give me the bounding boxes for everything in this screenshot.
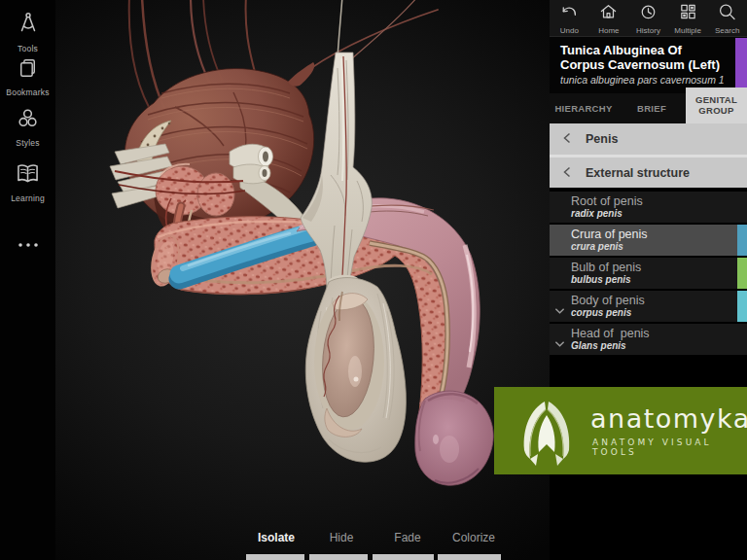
clock-history-icon: [638, 2, 658, 25]
compass-tools-icon: [16, 12, 41, 41]
sidebar-item-styles[interactable]: Styles: [0, 105, 55, 148]
home-button[interactable]: Home: [589, 0, 629, 36]
list-item-body-of-penis[interactable]: Body of penis corpus penis: [550, 291, 747, 322]
cutoff-button-fade[interactable]: [373, 554, 434, 560]
brand-tagline: ANATOMY VISUAL TOOLS: [592, 438, 747, 457]
sidebar-item-bookmarks[interactable]: Bookmarks: [0, 56, 55, 97]
sidebar-item-label: Tools: [18, 44, 38, 53]
panel-tabs: HIERARCHY BRIEF GENITAL GROUP: [550, 93, 747, 123]
chevron-left-icon: [563, 164, 571, 182]
list-item-head-of-penis[interactable]: Head of penis Glans penis: [550, 324, 747, 355]
breadcrumb-penis[interactable]: Penis: [550, 123, 747, 155]
sidebar-item-learning[interactable]: Learning: [0, 160, 55, 203]
tool-sidebar: Tools Bookmarks Styles Learning: [0, 0, 55, 560]
selected-structure-title: Tunica Albuginea Of Corpus Cavernosum (L…: [560, 44, 729, 72]
colorize-button[interactable]: Colorize: [452, 531, 495, 544]
search-icon: [717, 2, 737, 25]
sidebar-item-label: Learning: [11, 193, 45, 203]
isolate-button[interactable]: Isolate: [258, 531, 295, 544]
info-panel: Undo Home History Multiple Search: [550, 0, 747, 560]
tab-genital-group[interactable]: GENITAL GROUP: [686, 88, 747, 123]
anatomyka-logo: anatomyka ANATOMY VISUAL TOOLS: [494, 387, 747, 474]
undo-button[interactable]: Undo: [550, 0, 589, 36]
structure-color-chip: [737, 291, 747, 322]
structure-latin-name: bulbus penis: [571, 274, 733, 286]
structure-name: Body of penis: [571, 295, 733, 307]
selected-structure-latin: tunica albuginea pars cavernosum 1: [560, 74, 729, 86]
structure-name: Crura of penis: [571, 228, 733, 241]
home-icon: [598, 2, 619, 25]
history-button[interactable]: History: [628, 0, 668, 36]
toolbar-item-label: Home: [598, 26, 619, 35]
chevron-left-icon: [563, 130, 571, 148]
structure-color-chip: [737, 258, 747, 289]
fade-button[interactable]: Fade: [394, 531, 420, 544]
cutoff-button-hide[interactable]: [309, 554, 368, 560]
sidebar-item-label: Styles: [16, 138, 39, 148]
structure-latin-name: crura penis: [571, 241, 733, 253]
more-dots-icon: [16, 237, 41, 255]
selected-structure-color-chip: [735, 38, 747, 92]
scrotum-testis: [305, 275, 406, 462]
breadcrumb-label: Penis: [586, 132, 618, 146]
breadcrumb-external-structure[interactable]: External structure: [550, 158, 747, 188]
bookmarks-pages-icon: [16, 56, 40, 85]
list-item-root-of-penis[interactable]: Root of penis radix penis: [550, 192, 747, 223]
grid-squares-icon: [678, 2, 698, 25]
tab-hierarchy[interactable]: HIERARCHY: [550, 93, 618, 123]
glans: [415, 391, 493, 485]
anatomyka-mark-icon: [513, 393, 581, 472]
toolbar-item-label: Search: [715, 26, 739, 35]
sidebar-item-label: Bookmarks: [6, 88, 49, 97]
list-item-bulb-of-penis[interactable]: Bulb of penis bulbus penis: [550, 258, 747, 289]
list-item-crura-of-penis[interactable]: Crura of penis crura penis: [550, 225, 747, 256]
multiple-select-button[interactable]: Multiple: [668, 0, 708, 36]
toolbar-item-label: History: [636, 26, 660, 35]
structure-list: Root of penis radix penis Crura of penis…: [550, 192, 747, 355]
structure-latin-name: corpus penis: [571, 307, 733, 319]
undo-arrow-icon: [559, 2, 580, 25]
structure-name: Root of penis: [571, 195, 733, 208]
chevron-down-icon[interactable]: [554, 301, 565, 319]
search-button[interactable]: Search: [707, 0, 747, 36]
structure-name: Bulb of penis: [571, 262, 733, 274]
toolbar-item-label: Undo: [560, 26, 579, 35]
three-circles-styles-icon: [15, 105, 41, 135]
structure-latin-name: radix penis: [571, 208, 733, 220]
sidebar-item-more[interactable]: [0, 237, 55, 255]
cutoff-button-isolate[interactable]: [246, 554, 304, 560]
open-book-icon: [15, 160, 41, 191]
structure-color-chip: [737, 225, 747, 256]
sidebar-item-tools[interactable]: Tools: [0, 12, 55, 53]
breadcrumb-label: External structure: [586, 166, 690, 180]
selection-header: Tunica Albuginea Of Corpus Cavernosum (L…: [550, 37, 747, 93]
tab-brief[interactable]: BRIEF: [618, 93, 686, 123]
hide-button[interactable]: Hide: [330, 531, 354, 544]
chevron-down-icon[interactable]: [554, 334, 565, 352]
structure-latin-name: Glans penis: [571, 340, 733, 352]
panel-toolbar: Undo Home History Multiple Search: [550, 0, 747, 37]
cutoff-button-colorize[interactable]: [438, 554, 501, 560]
toolbar-item-label: Multiple: [674, 26, 701, 35]
structure-name: Head of penis: [571, 328, 733, 340]
brand-name: anatomyka: [590, 403, 747, 434]
